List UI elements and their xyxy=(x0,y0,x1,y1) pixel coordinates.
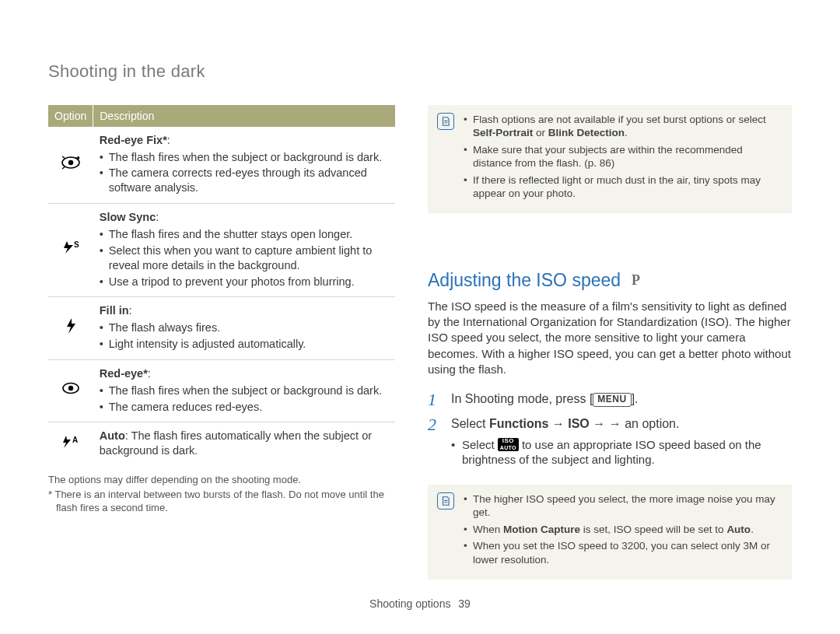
note-item: When you set the ISO speed to 3200, you … xyxy=(464,539,782,566)
note-item: Flash options are not available if you s… xyxy=(464,113,782,140)
table-row: A Auto: The flash fires automatically wh… xyxy=(48,422,395,466)
mode-badge: P xyxy=(632,271,640,289)
section-body: The ISO speed is the measure of a film's… xyxy=(428,299,792,377)
iso-auto-icon: ISOAUTO xyxy=(498,438,519,450)
option-bullet: The flash fires when the subject or back… xyxy=(100,384,389,398)
table-row: Fill in: The flash always fires. Light i… xyxy=(48,297,395,360)
footnote: * There is an interval between two burst… xyxy=(48,489,395,515)
option-bullet: Use a tripod to prevent your photos from… xyxy=(100,275,389,289)
note-item: The higher ISO speed you select, the mor… xyxy=(464,492,782,520)
option-bullet: The camera corrects red-eyes through its… xyxy=(100,166,389,195)
option-name: Fill in xyxy=(100,304,129,317)
flash-options-table: Option Description Red-eye Fix*: xyxy=(48,105,395,467)
footer-section: Shooting options xyxy=(369,597,450,610)
redeye-icon xyxy=(61,384,80,397)
note-item: When Motion Capture is set, ISO speed wi… xyxy=(464,523,782,537)
svg-point-1 xyxy=(68,159,73,164)
step-number: 1 xyxy=(428,391,442,408)
option-bullet: The camera reduces red-eyes. xyxy=(100,400,389,415)
option-name: Slow Sync xyxy=(100,211,156,223)
step-number: 2 xyxy=(428,416,442,468)
svg-point-4 xyxy=(68,386,73,391)
step-item: 2 Select Functions → ISO → → an option. … xyxy=(428,416,792,468)
option-name: Red-eye* xyxy=(100,367,148,380)
fill-in-icon xyxy=(64,324,78,337)
right-column: Flash options are not available if you s… xyxy=(428,105,792,580)
option-bullet: The flash fires and the shutter stays op… xyxy=(100,227,389,242)
note-icon xyxy=(437,492,454,510)
section-heading: Adjusting the ISO speed P xyxy=(428,269,792,292)
note-box-top: Flash options are not available if you s… xyxy=(428,105,792,213)
th-option: Option xyxy=(48,105,93,127)
step-item: 1 In Shooting mode, press [MENU]. xyxy=(428,391,792,408)
table-row: Red-eye*: The flash fires when the subje… xyxy=(48,359,395,422)
auto-flash-icon: A xyxy=(60,440,82,452)
footnote: The options may differ depending on the … xyxy=(48,474,395,487)
table-row: Red-eye Fix*: The flash fires when the s… xyxy=(48,127,395,204)
page-header: Shooting in the dark xyxy=(48,61,792,83)
option-bullet: The flash always fires. xyxy=(100,321,389,335)
note-icon xyxy=(437,113,454,130)
note-item: Make sure that your subjects are within … xyxy=(464,143,782,170)
th-description: Description xyxy=(93,105,395,127)
option-text: : The flash fires automatically when the… xyxy=(100,429,372,457)
step-sub-item: Select ISOAUTO to use an appropriate ISO… xyxy=(451,437,792,468)
option-bullet: Select this when you want to capture amb… xyxy=(100,243,389,273)
footnotes: The options may differ depending on the … xyxy=(48,474,395,515)
footer-page-number: 39 xyxy=(458,597,471,610)
left-column: Option Description Red-eye Fix*: xyxy=(48,105,395,580)
option-bullet: The flash fires when the subject or back… xyxy=(100,150,389,165)
note-item: If there is reflected light or much dust… xyxy=(464,173,782,201)
redeye-fix-icon xyxy=(61,159,81,172)
option-name: Auto xyxy=(100,429,125,442)
svg-text:S: S xyxy=(74,240,79,249)
table-row: S Slow Sync: The flash fires and the shu… xyxy=(48,204,395,297)
page-footer: Shooting options 39 xyxy=(0,597,840,611)
note-box-bottom: The higher ISO speed you select, the mor… xyxy=(428,485,792,580)
slow-sync-icon: S xyxy=(61,245,81,257)
steps-list: 1 In Shooting mode, press [MENU]. 2 Sele… xyxy=(428,391,792,468)
menu-chip: MENU xyxy=(593,393,631,407)
option-name: Red-eye Fix* xyxy=(100,134,167,146)
option-bullet: Light intensity is adjusted automaticall… xyxy=(100,337,389,352)
svg-text:A: A xyxy=(72,436,78,444)
